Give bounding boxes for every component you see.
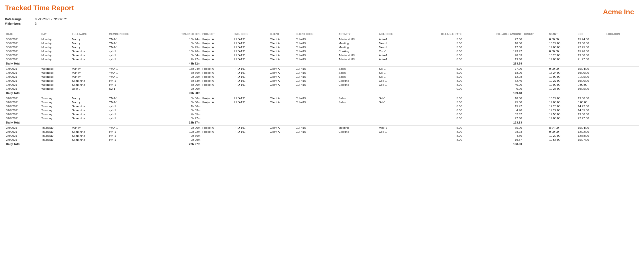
cell-activity: Cooking [338, 79, 378, 83]
table-row: 31/8/2021TuesdayMandyYMA-13h 36mProject … [5, 96, 639, 100]
cell-billable_amount: 98.93 [463, 130, 523, 134]
cell-client_code: CLI-415 [295, 71, 338, 75]
cell-day: Tuesday [40, 104, 71, 108]
cell-act_code [378, 104, 413, 108]
cell-client_code: CLI-415 [295, 53, 338, 57]
col-end: END [577, 32, 606, 37]
cell-activity [338, 108, 378, 112]
cell-day: Wednesd [40, 75, 71, 79]
cell-date: 2/9/2021 [5, 134, 40, 138]
cell-client_code [295, 108, 338, 112]
cell-client_code [295, 112, 338, 116]
col-client: CLIENT [269, 32, 294, 37]
cell-billable_amount: 19.87 [463, 138, 523, 142]
cell-start: 15:26:00 [548, 53, 577, 57]
cell-tracked_hrs: 2h 29m [156, 138, 202, 142]
cell-fullname: Mandy [71, 126, 108, 130]
cell-start: 14:22:00 [548, 108, 577, 112]
cell-start: 0:00:00 [548, 37, 577, 42]
cell-location [605, 87, 639, 91]
cell-billable_rate: 8.00 [413, 49, 463, 53]
cell-date: 31/8/2021 [5, 112, 40, 116]
col-fullname: FULL NAME [71, 32, 108, 37]
cell-end: 21:25:00 [577, 75, 606, 79]
cell-end: 15:24:00 [577, 126, 606, 130]
col-tracked-hrs: TRACKED HRS [156, 32, 202, 37]
cell-group [523, 45, 548, 49]
cell-billable_amount: 18.00 [463, 41, 523, 45]
cell-project: Project A [202, 126, 233, 130]
cell-project: Project A [202, 71, 233, 75]
cell-fullname: Samantha [71, 83, 108, 87]
cell-location [605, 67, 639, 71]
cell-project: Project A [202, 45, 233, 49]
cell-end: 19:00:00 [577, 71, 606, 75]
cell-billable_amount: 15.47 [463, 104, 523, 108]
table-row: 2/9/2021ThursdaySamanthacyh-112h 22mProj… [5, 130, 639, 134]
cell-project: Project A [202, 75, 233, 79]
cell-member_code: cyh-1 [108, 134, 156, 138]
table-row: 30/8/2021MondayMandyYMA-115h 24mProject … [5, 37, 639, 42]
cell-client_code: CLI-415 [295, 37, 338, 42]
cell-day: Wednesd [40, 67, 71, 71]
cell-day: Thursday [40, 126, 71, 130]
table-row: 30/8/2021MondayMandyYMA-13h 25mProject A… [5, 45, 639, 49]
cell-end: 19:00:00 [577, 41, 606, 45]
cell-member_code: cyh-1 [108, 49, 156, 53]
cell-day: Monday [40, 57, 71, 61]
cell-client: Client A [269, 57, 294, 61]
cell-client_code [295, 138, 338, 142]
table-row: 31/8/2021TuesdayMandyYMA-15h 00mProject … [5, 100, 639, 104]
cell-project: Project A [202, 79, 233, 83]
cell-client_code: CLI-415 [295, 41, 338, 45]
cell-date: 31/8/2021 [5, 104, 40, 108]
cell-end: 0:00:00 [577, 83, 606, 87]
cell-act_code: Adm-1 [378, 57, 413, 61]
cell-end: 15:26:00 [577, 49, 606, 53]
cell-member_code: cyh-1 [108, 83, 156, 87]
table-row: 31/8/2021TuesdaySamanthacyh-11h 56m8.001… [5, 104, 639, 108]
cell-location [605, 53, 639, 57]
cell-tracked_hrs: 4h 05m [156, 112, 202, 116]
cell-tracked_hrs: 5h 00m [156, 100, 202, 104]
cell-fullname: Mandy [71, 71, 108, 75]
cell-client [269, 104, 294, 108]
col-pro-code: PRO. CODE [233, 32, 269, 37]
cell-start: 15:24:00 [548, 41, 577, 45]
cell-client_code: CLI-415 [295, 57, 338, 61]
cell-activity: Cooking [338, 49, 378, 53]
cell-day: Tuesday [40, 100, 71, 104]
cell-client_code: CLI-415 [295, 130, 338, 134]
cell-act_code: Sal-1 [378, 96, 413, 100]
cell-billable_rate: 5.00 [413, 45, 463, 49]
cell-member_code: cyh-1 [108, 130, 156, 134]
cell-pro_code [233, 112, 269, 116]
cell-day: Tuesday [40, 96, 71, 100]
cell-member_code: cyh-1 [108, 108, 156, 112]
cell-billable_rate: 5.00 [413, 100, 463, 104]
daily-total-hrs: 39h 58m [156, 91, 202, 96]
cell-act_code: Sal-1 [378, 67, 413, 71]
cell-tracked_hrs: 6h 33m [156, 79, 202, 83]
cell-activity: Meeting [338, 45, 378, 49]
table-row: 2/9/2021ThursdaySamanthacyh-10h 36m8.004… [5, 134, 639, 138]
table-row: 31/8/2021TuesdaySamanthacyh-10h 33m8.004… [5, 108, 639, 112]
members-value: 3 [35, 22, 37, 26]
cell-billable_rate: 8.00 [413, 104, 463, 108]
cell-act_code [378, 116, 413, 120]
cell-location [605, 75, 639, 79]
cell-client: Client A [269, 45, 294, 49]
cell-day: Tuesday [40, 108, 71, 112]
cell-activity: Sales [338, 67, 378, 71]
cell-act_code [378, 138, 413, 142]
cell-billable_amount: 27.60 [463, 116, 523, 120]
col-project: PROJECT [202, 32, 233, 37]
cell-activity: Cooking [338, 130, 378, 134]
cell-billable_rate: 8.00 [413, 57, 463, 61]
cell-date: 30/8/2021 [5, 41, 40, 45]
members-row: # Members 3 [5, 22, 639, 26]
cell-start: 19:00:00 [548, 100, 577, 104]
cell-date: 30/8/2021 [5, 45, 40, 49]
cell-location [605, 130, 639, 134]
cell-client: Client A [269, 49, 294, 53]
